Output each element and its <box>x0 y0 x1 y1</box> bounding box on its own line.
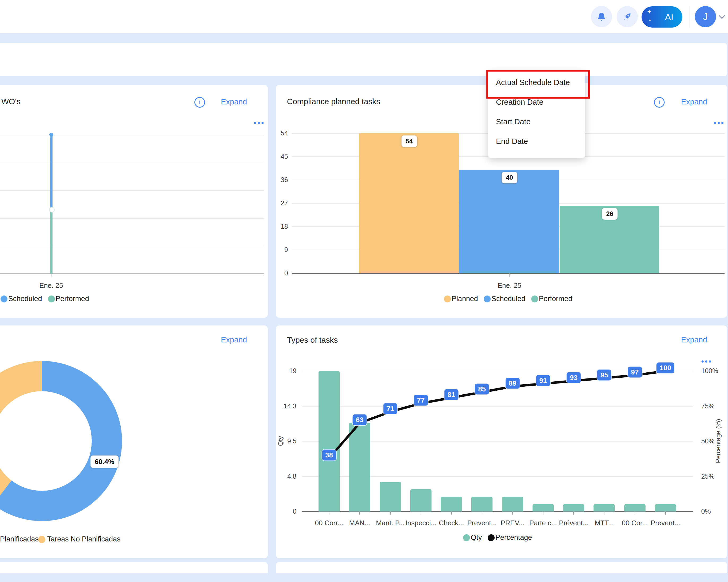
data-point <box>49 207 55 213</box>
donut-data-label: 60.4% <box>90 455 119 468</box>
account-chevron-down-icon[interactable] <box>718 15 726 19</box>
left-axis-title: Qty <box>277 425 284 457</box>
chart-legend: QtyPercentage <box>302 533 693 542</box>
launcher-button[interactable] <box>617 6 638 27</box>
header-divider <box>690 6 690 28</box>
dropdown-item-actual-schedule-date[interactable]: Actual Schedule Date <box>488 73 585 92</box>
series-segment-scheduled <box>50 135 53 210</box>
legend-swatch <box>1 296 7 302</box>
legend-item-scheduled[interactable]: Scheduled <box>1 295 42 303</box>
line-data-label: 91 <box>536 375 550 386</box>
rocket-icon <box>622 11 633 22</box>
x-axis-label: Inspecci... <box>406 519 436 527</box>
right-axis-title: Percentage (%) <box>714 406 722 476</box>
legend-label: Performed <box>56 295 89 303</box>
avatar[interactable]: J <box>695 6 716 27</box>
right-y-tick-label: 100% <box>701 367 728 375</box>
legend-swatch-no-planificadas <box>38 536 45 543</box>
bar-data-label-planned: 54 <box>401 135 417 147</box>
types-more-menu-icon[interactable] <box>701 360 711 363</box>
sparkles-icon: ✦✦ <box>647 9 652 22</box>
series-segment-performed <box>50 210 53 274</box>
x-axis-label: PREV... <box>497 519 528 527</box>
left-y-tick-label: 4.8 <box>274 473 296 480</box>
x-tick <box>51 274 51 277</box>
ai-button-label: AI <box>665 12 673 22</box>
compliance-expand-link[interactable]: Expand <box>681 98 707 106</box>
planned-tasks-donut-chart <box>0 358 125 525</box>
types-expand-link[interactable]: Expand <box>681 335 707 344</box>
line-data-label: 93 <box>567 372 581 383</box>
y-tick-label: 36 <box>266 176 288 184</box>
gridline <box>0 246 264 246</box>
bar-scheduled <box>459 170 559 273</box>
chart-legend: PlannedScheduledPerformed <box>292 295 725 303</box>
legend-label: Scheduled <box>491 295 525 303</box>
bar-data-label-scheduled: 40 <box>502 172 517 184</box>
x-tick <box>510 273 510 277</box>
line-data-label: 100 <box>656 363 674 373</box>
wos-more-menu-icon[interactable] <box>254 122 264 124</box>
legend-label: Qty <box>471 533 482 542</box>
legend-swatch <box>463 534 470 541</box>
line-data-label: 63 <box>353 415 367 425</box>
x-axis-label: MTT... <box>589 519 620 527</box>
legend-item-qty[interactable]: Qty <box>463 533 482 542</box>
legend-item-planned[interactable]: Planned <box>444 295 478 303</box>
legend-item-scheduled[interactable]: Scheduled <box>484 295 525 303</box>
legend-item-performed[interactable]: Performed <box>531 295 572 303</box>
wos-expand-link[interactable]: Expand <box>221 98 247 106</box>
chart-legend: ScheduledPerformed <box>1 295 89 303</box>
compliance-card-title: Compliance planned tasks <box>287 97 380 106</box>
x-axis-label: MAN... <box>344 519 375 527</box>
right-y-tick-label: 0% <box>701 507 728 515</box>
wos-info-icon[interactable]: i <box>194 97 205 108</box>
top-app-bar: ✦✦ AI J <box>0 0 728 33</box>
gridline <box>0 163 264 163</box>
x-axis-line <box>0 274 264 274</box>
line-data-label: 97 <box>628 366 642 378</box>
left-y-tick-label: 19 <box>274 367 296 375</box>
x-axis-label: Ene. 25 <box>25 281 78 290</box>
x-axis-label: Parte c... <box>528 519 558 527</box>
legend-item-no-planificadas[interactable]: Tareas No Planificadas <box>47 535 121 543</box>
legend-label: Planned <box>452 295 478 303</box>
x-axis-label: Check... <box>436 519 467 527</box>
x-axis-label: Prévent... <box>558 519 589 527</box>
legend-item-planificadas[interactable]: Planificadas <box>0 535 39 543</box>
dropdown-item-start-date[interactable]: Start Date <box>488 112 585 132</box>
dashboard-page: ✦✦ AI J Actual Schedule Date 2025-01-01 … <box>0 0 728 582</box>
line-data-label: 71 <box>383 403 397 414</box>
x-axis-label: 00 Corr... <box>314 519 344 527</box>
ai-assistant-button[interactable]: ✦✦ AI <box>642 6 682 28</box>
legend-swatch <box>531 296 538 302</box>
y-tick-label: 9 <box>266 246 288 254</box>
donut-expand-link[interactable]: Expand <box>221 335 247 344</box>
notifications-button[interactable] <box>591 6 612 27</box>
legend-swatch <box>488 534 495 541</box>
y-tick-label: 18 <box>266 223 288 230</box>
x-axis-label: Ene. 25 <box>483 281 536 290</box>
gridline <box>0 218 264 219</box>
types-card-title: Types of tasks <box>287 335 338 344</box>
bell-icon <box>596 11 607 22</box>
dropdown-item-end-date[interactable]: End Date <box>488 132 585 151</box>
dropdown-item-creation-date[interactable]: Creation Date <box>488 92 585 112</box>
cumulative-percentage-line <box>302 366 703 520</box>
x-axis-label: Mant. P... <box>375 519 406 527</box>
avatar-initial: J <box>703 11 708 22</box>
card-next-row-right <box>276 562 727 573</box>
bar-data-label-performed: 26 <box>602 208 618 220</box>
line-data-label: 38 <box>322 449 336 460</box>
compliance-info-icon[interactable]: i <box>654 97 665 108</box>
legend-item-performed[interactable]: Performed <box>48 295 89 303</box>
compliance-more-menu-icon[interactable] <box>714 122 724 124</box>
line-data-label: 89 <box>505 378 520 389</box>
line-data-label: 85 <box>475 384 489 394</box>
line-data-label: 81 <box>444 389 459 400</box>
gridline <box>0 190 264 191</box>
legend-item-percentage[interactable]: Percentage <box>488 533 532 542</box>
line-data-label: 95 <box>597 369 611 380</box>
left-y-tick-label: 14.3 <box>274 402 296 410</box>
left-y-tick-label: 0 <box>274 507 296 515</box>
